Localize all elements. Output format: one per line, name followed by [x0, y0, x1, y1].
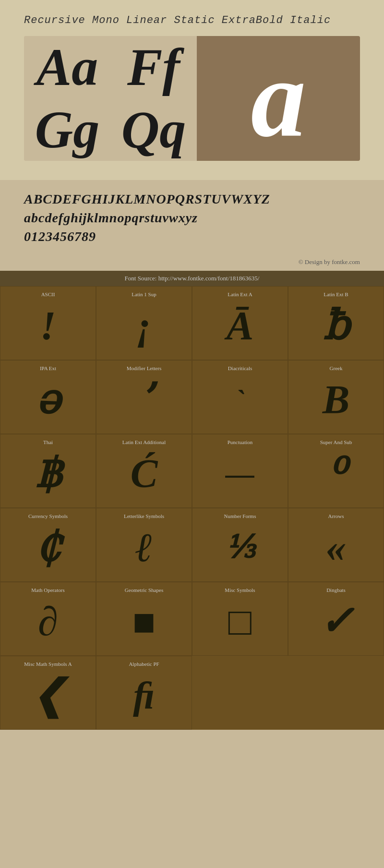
glyph-label: Misc Math Symbols A [24, 661, 72, 667]
glyphs-grid: ASCII!Latin 1 Sup¡Latin Ext AĀLatin Ext … [0, 286, 384, 730]
glyph-char: ∂ [38, 595, 58, 648]
alphabet-digits: 0123456789 [24, 227, 360, 246]
glyph-char: ℓ [135, 521, 153, 574]
glyph-char: ə [36, 374, 60, 426]
glyph-label: Math Operators [31, 587, 64, 593]
glyph-char: Ā [227, 300, 254, 352]
letter-cell-qq: Qq [110, 98, 197, 161]
glyph-cell: Latin Ext AdditionalĆ [96, 434, 192, 508]
glyph-cell: Latin Ext AĀ [192, 286, 288, 360]
glyph-cell: ASCII! [0, 286, 96, 360]
glyph-label: Diacriticals [228, 365, 252, 371]
glyph-cell: Dingbats✓ [288, 582, 384, 656]
letter-aa: Aa [36, 41, 98, 94]
glyph-label: Geometric Shapes [125, 587, 163, 593]
glyph-char: Ć [131, 447, 158, 500]
font-source-text: Font Source: http://www.fontke.com/font/… [0, 271, 384, 286]
letter-cell-gg: Gg [24, 98, 110, 161]
glyph-cell: Letterlike Symbolsℓ [96, 508, 192, 582]
letter-ff: Ff [127, 41, 180, 94]
glyph-char: ƀ [323, 300, 349, 352]
alphabet-section: ABCDEFGHIJKLMNOPQRSTUVWXYZ abcdefghijklm… [0, 180, 384, 256]
glyph-label: Latin Ext A [228, 291, 252, 297]
glyph-char: ■ [132, 595, 156, 648]
glyph-cell: Misc Symbols□ [192, 582, 288, 656]
glyph-cell: Thai฿ [0, 434, 96, 508]
glyph-char: ฿ [35, 447, 61, 500]
glyph-cell: Super And Sub⁰ [288, 434, 384, 508]
letter-big-a: a [251, 43, 306, 154]
glyph-char: ! [40, 300, 56, 352]
glyph-char: ʼ [137, 374, 150, 426]
glyph-char: ¡ [136, 300, 152, 352]
letter-gg: Gg [35, 103, 99, 156]
glyph-char: □ [228, 595, 252, 648]
glyph-label: ASCII [41, 291, 55, 297]
glyph-cell: Number Forms⅓ [192, 508, 288, 582]
letter-cell-big-a: a [197, 36, 360, 161]
glyph-label: Dingbats [326, 587, 346, 593]
glyph-cell: Punctuation— [192, 434, 288, 508]
glyph-label: Latin 1 Sup [132, 291, 156, 297]
glyph-char: « [326, 521, 347, 574]
glyph-label: Letterlike Symbols [124, 513, 164, 519]
glyph-cell: Currency Symbols₵ [0, 508, 96, 582]
glyph-cell: IPA Extə [0, 360, 96, 434]
letter-qq: Qq [121, 103, 186, 156]
glyph-char: Β [323, 374, 350, 426]
glyph-cell: Latin 1 Sup¡ [96, 286, 192, 360]
font-title: Recursive Mono Linear Static ExtraBold I… [24, 14, 360, 26]
glyph-label: Currency Symbols [28, 513, 68, 519]
copyright-text: © Design by fontke.com [0, 256, 384, 271]
letter-cell-ff: Ff [110, 36, 197, 98]
glyph-cell: Math Operators∂ [0, 582, 96, 656]
glyph-cell: Diacriticals` [192, 360, 288, 434]
glyph-cell: Latin Ext Bƀ [288, 286, 384, 360]
glyph-char: ❮ [31, 669, 65, 722]
glyph-label: Latin Ext B [324, 291, 348, 297]
glyph-label: Punctuation [228, 439, 253, 445]
big-letters-display: Aa Ff a Gg Qq [24, 36, 360, 161]
glyph-char: ﬁ [133, 669, 155, 722]
glyph-cell: Modifier Lettersʼ [96, 360, 192, 434]
alphabet-upper: ABCDEFGHIJKLMNOPQRSTUVWXYZ [24, 190, 360, 208]
letter-cell-aa: Aa [24, 36, 110, 98]
glyph-label: Greek [330, 365, 343, 371]
glyph-char: ₵ [35, 521, 61, 574]
glyph-cell: Geometric Shapes■ [96, 582, 192, 656]
glyph-label: Latin Ext Additional [122, 439, 166, 445]
glyph-char: ✓ [319, 595, 353, 648]
glyph-cell: Arrows« [288, 508, 384, 582]
glyph-label: Misc Symbols [225, 587, 255, 593]
glyph-cell: Alphabetic PFﬁ [96, 656, 192, 730]
glyph-label: Number Forms [224, 513, 256, 519]
glyph-char: ` [235, 374, 245, 426]
glyph-label: Alphabetic PF [129, 661, 159, 667]
glyph-char: ⁰ [328, 447, 344, 500]
glyph-label: Arrows [328, 513, 344, 519]
alphabet-lower: abcdefghijklmnopqrstuvwxyz [24, 208, 360, 227]
glyph-cell: GreekΒ [288, 360, 384, 434]
glyph-label: Modifier Letters [127, 365, 161, 371]
glyph-char: ⅓ [225, 521, 255, 574]
glyph-label: Super And Sub [320, 439, 352, 445]
glyph-label: Thai [43, 439, 53, 445]
glyph-cell: Misc Math Symbols A❮ [0, 656, 96, 730]
glyph-char: — [226, 447, 254, 500]
glyph-label: IPA Ext [40, 365, 56, 371]
